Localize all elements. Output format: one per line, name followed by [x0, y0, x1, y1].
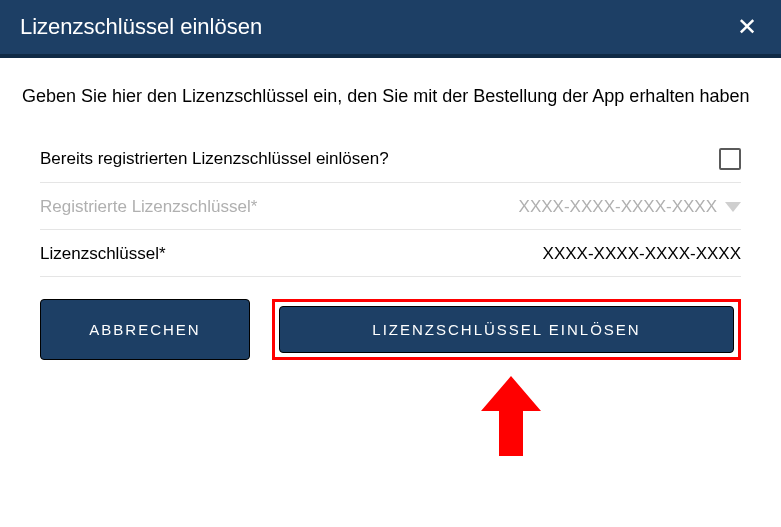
close-button[interactable]: ✕	[733, 15, 761, 39]
highlight-frame: LIZENZSCHLÜSSEL EINLÖSEN	[272, 299, 741, 360]
arrow-up-icon	[481, 376, 541, 456]
license-key-row: Lizenzschlüssel*	[40, 230, 741, 277]
registered-license-row: Registrierte Lizenzschlüssel* XXXX-XXXX-…	[40, 183, 741, 230]
redeem-button[interactable]: LIZENZSCHLÜSSEL EINLÖSEN	[279, 306, 734, 353]
already-registered-label: Bereits registrierten Lizenzschlüssel ei…	[40, 149, 389, 169]
button-row: ABBRECHEN LIZENZSCHLÜSSEL EINLÖSEN	[22, 277, 759, 370]
instruction-text: Geben Sie hier den Lizenzschlüssel ein, …	[22, 84, 759, 108]
license-key-label: Lizenzschlüssel*	[40, 244, 166, 264]
chevron-down-icon	[725, 202, 741, 212]
dialog-title: Lizenzschlüssel einlösen	[20, 14, 262, 40]
arrow-annotation	[22, 376, 759, 456]
license-key-input[interactable]	[481, 244, 741, 264]
registered-license-select[interactable]: XXXX-XXXX-XXXX-XXXX	[519, 197, 741, 217]
close-icon: ✕	[737, 13, 757, 40]
dialog-header: Lizenzschlüssel einlösen ✕	[0, 0, 781, 58]
registered-license-label: Registrierte Lizenzschlüssel*	[40, 197, 257, 217]
cancel-button[interactable]: ABBRECHEN	[40, 299, 250, 360]
redeem-license-dialog: Lizenzschlüssel einlösen ✕ Geben Sie hie…	[0, 0, 781, 527]
dialog-content: Geben Sie hier den Lizenzschlüssel ein, …	[0, 58, 781, 466]
registered-license-placeholder: XXXX-XXXX-XXXX-XXXX	[519, 197, 717, 217]
already-registered-row: Bereits registrierten Lizenzschlüssel ei…	[40, 134, 741, 183]
already-registered-checkbox[interactable]	[719, 148, 741, 170]
form-section: Bereits registrierten Lizenzschlüssel ei…	[22, 134, 759, 277]
svg-marker-0	[481, 376, 541, 456]
